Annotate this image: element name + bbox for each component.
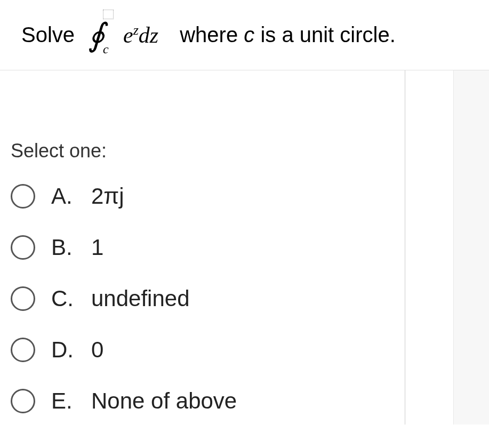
option-c[interactable]: C. undefined (11, 286, 394, 311)
selection-box-icon (103, 10, 114, 19)
radio-icon[interactable] (11, 235, 35, 260)
question-prefix: Solve (21, 23, 75, 47)
option-b[interactable]: B. 1 (11, 235, 394, 260)
radio-icon[interactable] (11, 286, 35, 311)
option-value: None of above (91, 388, 237, 414)
right-panel (453, 70, 489, 425)
option-value: undefined (91, 286, 190, 311)
option-letter: C. (51, 286, 83, 311)
option-letter: D. (51, 337, 83, 363)
integral-subscript: c (103, 42, 109, 57)
option-value: 0 (91, 337, 103, 363)
option-value: 2πj (91, 183, 124, 209)
radio-icon[interactable] (11, 389, 35, 413)
option-letter: A. (51, 183, 83, 209)
question-text: Solve ∮ c ezdz where c is a unit circle. (21, 16, 478, 54)
gap-area (405, 70, 453, 425)
question-area: Solve ∮ c ezdz where c is a unit circle. (0, 0, 489, 70)
integrand-base: e (123, 23, 133, 47)
radio-icon[interactable] (11, 338, 35, 362)
option-e[interactable]: E. None of above (11, 388, 394, 414)
option-letter: B. (51, 235, 83, 260)
option-letter: E. (51, 388, 83, 414)
option-value: 1 (91, 235, 103, 260)
radio-icon[interactable] (11, 184, 35, 209)
main-content: Select one: A. 2πj B. 1 C. undefined D. … (0, 70, 489, 425)
integrand-exponent: z (133, 22, 139, 38)
option-d[interactable]: D. 0 (11, 337, 394, 363)
contour-integral-icon: ∮ c (88, 16, 105, 54)
option-a[interactable]: A. 2πj (11, 183, 394, 209)
integrand-differential: dz (139, 23, 158, 47)
question-suffix: where c is a unit circle. (180, 23, 396, 47)
select-prompt: Select one: (11, 140, 394, 162)
options-area: Select one: A. 2πj B. 1 C. undefined D. … (0, 70, 405, 425)
integrand: ezdz (123, 22, 158, 48)
integral-expression: ∮ c ezdz (88, 16, 158, 54)
